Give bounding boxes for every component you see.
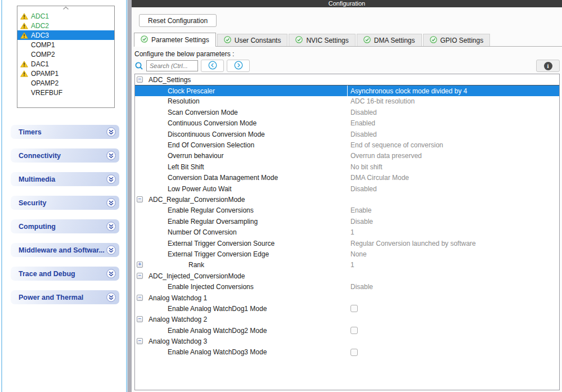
tab-dma-settings[interactable]: DMA Settings: [357, 34, 422, 46]
tree-param-row[interactable]: External Trigger Conversion EdgeNone: [135, 249, 559, 259]
scroll-up-icon[interactable]: [17, 6, 114, 11]
device-list-item-vrefbuf[interactable]: VREFBUF: [17, 88, 114, 97]
param-value-cell[interactable]: Enable: [348, 205, 559, 216]
param-name-label: Number Of Conversion: [135, 228, 237, 236]
tree-group-row[interactable]: −Analog Watchdog 3: [135, 336, 559, 346]
tree-param-row[interactable]: Number Of Conversion1: [135, 227, 559, 237]
param-value-cell[interactable]: [348, 325, 559, 336]
device-label: ADC2: [31, 22, 49, 30]
param-name-cell: −ADC_Regular_ConversionMode: [135, 194, 348, 205]
device-list-item-comp1[interactable]: COMP1: [17, 40, 114, 49]
param-checkbox[interactable]: [350, 305, 358, 312]
collapse-icon[interactable]: −: [137, 76, 143, 83]
param-value-cell[interactable]: Disabled: [348, 107, 559, 118]
param-value-cell[interactable]: [348, 347, 559, 358]
search-input[interactable]: [146, 60, 198, 71]
param-value-cell[interactable]: End of sequence of conversion: [348, 139, 559, 150]
tree-param-row[interactable]: Scan Conversion ModeDisabled: [135, 107, 559, 118]
param-value-cell[interactable]: Disabled: [348, 129, 559, 139]
tree-param-row[interactable]: Clock PrescalerAsynchronous clock mode d…: [135, 85, 559, 96]
search-prev-button[interactable]: [201, 60, 224, 72]
tree-group-row[interactable]: −Analog Watchdog 1: [135, 292, 559, 303]
device-list-item-adc3[interactable]: ADC3: [17, 30, 114, 40]
param-value-cell[interactable]: Disabled: [348, 183, 559, 194]
tree-param-row[interactable]: Enable Analog WatchDog1 Mode: [135, 303, 559, 314]
tree-param-row[interactable]: Left Bit ShiftNo bit shift: [135, 161, 559, 172]
param-value-cell[interactable]: Asynchronous clock mode divided by 4: [348, 85, 559, 96]
collapse-icon[interactable]: −: [137, 196, 143, 202]
device-list-item-adc1[interactable]: ADC1: [17, 11, 114, 21]
panel-title: Configuration: [132, 0, 562, 7]
param-value-label: Disable: [350, 218, 373, 226]
collapse-icon[interactable]: −: [137, 338, 143, 344]
search-next-button[interactable]: [227, 60, 250, 72]
param-name-label: Resolution: [135, 97, 200, 105]
device-list-item-dac1[interactable]: DAC1: [17, 59, 114, 69]
tree-param-row[interactable]: Enable Analog WatchDog3 Mode: [135, 347, 559, 358]
tree-param-row[interactable]: ResolutionADC 16-bit resolution: [135, 96, 559, 107]
param-value-cell[interactable]: [348, 303, 559, 314]
double-chevron-down-icon: [106, 151, 116, 160]
param-value-cell[interactable]: Regular Conversion launched by software: [348, 238, 559, 249]
category-button-security[interactable]: Security: [11, 196, 119, 210]
device-list-item-adc2[interactable]: ADC2: [17, 21, 114, 30]
collapse-icon[interactable]: −: [137, 316, 143, 322]
tab-nvic-settings[interactable]: NVIC Settings: [289, 34, 355, 46]
tree-param-row[interactable]: Enable Analog WatchDog2 Mode: [135, 325, 559, 336]
category-button-multimedia[interactable]: Multimedia: [11, 172, 119, 186]
category-button-timers[interactable]: Timers: [11, 125, 119, 139]
circle-chevron-right-icon: [234, 61, 243, 71]
param-value-cell[interactable]: None: [348, 249, 559, 259]
param-checkbox[interactable]: [350, 327, 358, 334]
tree-param-row[interactable]: Enable Regular OversamplingDisable: [135, 216, 559, 227]
collapse-icon[interactable]: −: [137, 295, 143, 301]
tree-param-row[interactable]: Discontinuous Conversion ModeDisabled: [135, 129, 559, 139]
tab-gpio-settings[interactable]: GPIO Settings: [423, 34, 491, 46]
tree-param-row[interactable]: +Rank1: [135, 260, 559, 271]
tab-parameter-settings[interactable]: Parameter Settings: [134, 33, 216, 47]
param-value-label: End of sequence of conversion: [350, 141, 443, 149]
panel-splitter[interactable]: [127, 0, 132, 392]
tree-param-row[interactable]: External Trigger Conversion SourceRegula…: [135, 238, 559, 249]
param-checkbox[interactable]: [350, 349, 358, 356]
tree-param-row[interactable]: End Of Conversion SelectionEnd of sequen…: [135, 139, 559, 150]
tree-param-row[interactable]: Low Power Auto WaitDisabled: [135, 183, 559, 194]
expand-icon[interactable]: +: [137, 262, 143, 268]
tree-group-row[interactable]: −ADC_Regular_ConversionMode: [135, 194, 559, 205]
param-value-cell[interactable]: Enabled: [348, 118, 559, 129]
param-value-cell[interactable]: No bit shift: [348, 161, 559, 172]
tree-group-row[interactable]: −Analog Watchdog 2: [135, 314, 559, 325]
tab-user-constants[interactable]: User Constants: [217, 34, 288, 46]
reset-configuration-button[interactable]: Reset Configuration: [139, 14, 217, 27]
collapse-icon[interactable]: −: [137, 273, 143, 279]
tree-param-row[interactable]: Conversion Data Management ModeDMA Circu…: [135, 173, 559, 183]
param-name-cell: −Analog Watchdog 1: [135, 292, 348, 303]
device-list-item-opamp2[interactable]: OPAMP2: [17, 78, 114, 88]
param-value-cell[interactable]: DMA Circular Mode: [348, 173, 559, 183]
category-button-trace-and-debug[interactable]: Trace and Debug: [11, 267, 119, 281]
info-button[interactable]: i: [536, 60, 560, 72]
tree-param-row[interactable]: Enable Injected ConversionsDisable: [135, 281, 559, 292]
green-check-icon: [295, 36, 303, 45]
device-list-item-opamp1[interactable]: OPAMP1: [17, 69, 114, 78]
param-value-cell: [348, 336, 559, 346]
category-button-power-and-thermal[interactable]: Power and Thermal: [11, 290, 119, 304]
tree-param-row[interactable]: Continuous Conversion ModeEnabled: [135, 118, 559, 129]
tree-param-row[interactable]: Enable Regular ConversionsEnable: [135, 205, 559, 216]
param-value-cell[interactable]: Disable: [348, 216, 559, 227]
param-name-label: Analog Watchdog 2: [135, 316, 207, 323]
peripherals-sidebar: ADC1ADC2ADC3COMP1COMP2DAC1OPAMP1OPAMP2VR…: [1, 0, 127, 392]
param-value-cell[interactable]: 1: [348, 260, 559, 271]
param-name-cell: +Rank: [135, 260, 348, 271]
tree-group-row[interactable]: −ADC_Injected_ConversionMode: [135, 271, 559, 281]
tree-param-row[interactable]: Overrun behaviourOverrun data preserved: [135, 151, 559, 161]
param-value-cell[interactable]: ADC 16-bit resolution: [348, 96, 559, 107]
param-value-cell[interactable]: Disable: [348, 281, 559, 292]
param-value-cell[interactable]: 1: [348, 227, 559, 237]
param-value-cell[interactable]: Overrun data preserved: [348, 151, 559, 161]
category-button-middleware-and-softwar[interactable]: Middleware and Softwar...: [11, 243, 119, 257]
category-button-computing[interactable]: Computing: [11, 219, 119, 233]
tree-group-row[interactable]: −ADC_Settings: [135, 74, 559, 85]
category-button-connectivity[interactable]: Connectivity: [11, 148, 119, 163]
device-list-item-comp2[interactable]: COMP2: [17, 49, 114, 59]
